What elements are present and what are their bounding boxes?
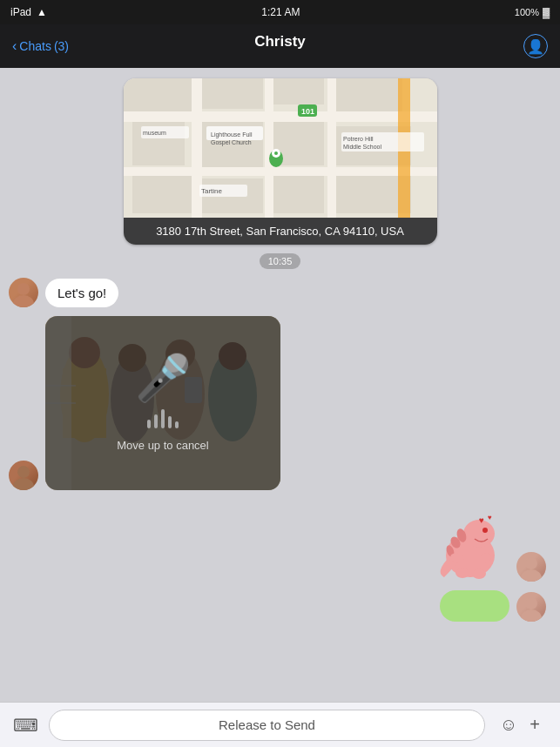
battery-label: 100% [515, 7, 539, 17]
time-label: 1:21 AM [261, 6, 300, 18]
svg-point-37 [13, 478, 34, 490]
dino-sticker: ♥ ♥ [431, 499, 509, 582]
svg-text:Gospel Church: Gospel Church [211, 139, 252, 146]
avatar-image-2 [9, 461, 38, 490]
svg-text:Lighthouse Full: Lighthouse Full [211, 131, 253, 138]
voice-overlay[interactable]: 🎤 Move up to cancel [45, 316, 280, 490]
svg-point-35 [13, 295, 34, 307]
map-image: Lighthouse Full Gospel Church museum Pot… [124, 78, 437, 218]
avatar-outgoing-green [516, 592, 546, 622]
svg-point-34 [17, 283, 30, 295]
svg-rect-2 [202, 78, 263, 109]
chat-area: Lighthouse Full Gospel Church museum Pot… [0, 68, 560, 702]
avatar-outgoing-green-img [516, 592, 546, 622]
battery-icon: ▓ [543, 7, 550, 17]
svg-text:Potrero Hill: Potrero Hill [343, 136, 374, 142]
map-address: 3180 17th Street, San Francisco, CA 9411… [124, 218, 437, 245]
svg-rect-15 [192, 78, 202, 218]
back-chats-label[interactable]: Chats [19, 39, 51, 53]
message-row-photo: 🎤 Move up to cancel [9, 316, 551, 490]
svg-point-36 [17, 466, 30, 478]
svg-point-67 [521, 609, 542, 622]
wifi-icon: ▲ [37, 6, 47, 18]
release-label: Release to Send [219, 717, 315, 732]
status-right: 100% ▓ [515, 7, 550, 17]
svg-text:museum: museum [143, 130, 166, 136]
add-button[interactable]: + [522, 712, 548, 738]
avatar-outgoing-img [516, 552, 546, 582]
svg-rect-9 [132, 174, 193, 213]
svg-point-59 [455, 568, 469, 578]
svg-point-66 [525, 597, 537, 609]
svg-text:♥: ♥ [488, 514, 492, 522]
keyboard-button[interactable]: ⌨ [12, 712, 38, 738]
release-to-send-button[interactable]: Release to Send [49, 710, 485, 741]
timestamp-label: 10:35 [260, 253, 301, 269]
sticker-row: ♥ ♥ [9, 499, 546, 582]
chevron-left-icon: ‹ [12, 38, 17, 54]
map-bubble[interactable]: Lighthouse Full Gospel Church museum Pot… [124, 78, 437, 245]
emoji-icon: ☺ [500, 715, 517, 735]
svg-text:Middle School: Middle School [343, 144, 381, 150]
bottom-bar: ⌨ Release to Send ☺ + [0, 702, 560, 747]
photo-message[interactable]: 🎤 Move up to cancel [45, 316, 280, 490]
keyboard-icon: ⌨ [13, 715, 38, 736]
svg-rect-14 [124, 167, 437, 176]
back-count-label: (3) [54, 39, 69, 53]
status-bar: iPad ▲ 1:21 AM 100% ▓ [0, 0, 560, 24]
svg-text:♥: ♥ [479, 515, 484, 525]
svg-rect-11 [272, 174, 324, 213]
svg-point-60 [472, 569, 486, 579]
plus-icon: + [530, 715, 540, 735]
carrier-label: iPad [10, 6, 31, 18]
profile-button[interactable]: 👤 [523, 34, 548, 58]
bubble-green [440, 590, 509, 622]
svg-point-64 [525, 557, 537, 569]
svg-point-21 [274, 151, 278, 155]
nav-bar: ‹ Chats (3) Christy 👤 [0, 24, 560, 68]
emoji-button[interactable]: ☺ [496, 712, 522, 738]
sound-waves [147, 409, 179, 428]
outgoing-green-row [9, 590, 546, 622]
svg-rect-17 [327, 78, 336, 218]
svg-point-65 [521, 569, 542, 582]
svg-point-61 [482, 528, 488, 533]
svg-rect-16 [265, 78, 273, 218]
avatar-outgoing-sticker [516, 552, 546, 582]
back-button[interactable]: ‹ Chats (3) [12, 38, 69, 54]
svg-rect-1 [124, 78, 193, 113]
svg-rect-3 [272, 78, 324, 104]
svg-text:Tartine: Tartine [201, 187, 223, 195]
message-row-text: Let's go! [9, 278, 551, 307]
bubble-text-letsgo: Let's go! [45, 279, 118, 307]
cancel-hint-label: Move up to cancel [117, 439, 209, 452]
nav-title: Christy [254, 33, 306, 50]
avatar-image-1 [9, 278, 38, 307]
svg-rect-13 [124, 111, 437, 122]
avatar-christy1 [9, 278, 38, 307]
avatar-christy2 [9, 461, 38, 490]
person-icon: 👤 [527, 38, 544, 55]
status-left: iPad ▲ [10, 6, 47, 18]
svg-text:101: 101 [301, 107, 314, 116]
microphone-icon: 🎤 [135, 355, 192, 400]
